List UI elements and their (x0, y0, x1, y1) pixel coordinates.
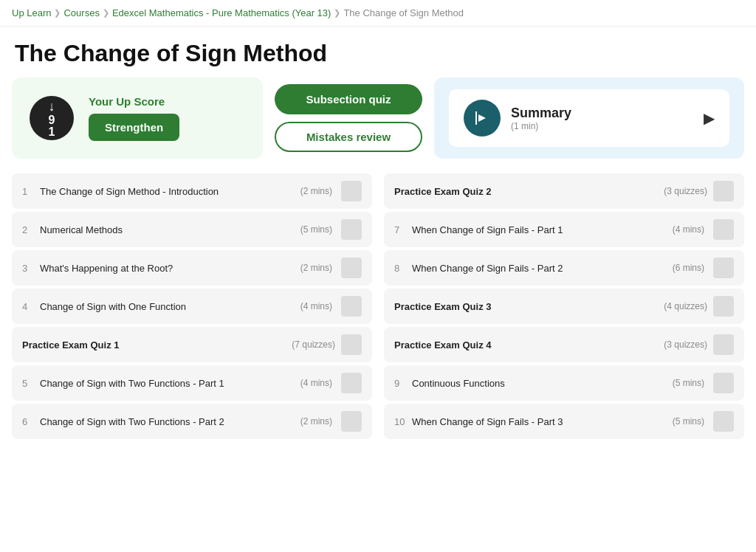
lesson-row[interactable]: 4 Change of Sign with One Function (4 mi… (12, 289, 372, 324)
lesson-duration: (5 mins) (673, 416, 704, 427)
lesson-duration: (5 mins) (673, 378, 704, 388)
score-arrow: ↓ (49, 99, 55, 114)
lesson-num: 3 (22, 263, 34, 274)
lesson-title: Change of Sign with Two Functions - Part… (40, 378, 295, 389)
lesson-left: 9 Continuous Functions (394, 378, 667, 389)
lesson-duration: (5 mins) (300, 224, 332, 235)
lesson-title: When Change of Sign Fails - Part 2 (412, 263, 667, 274)
lesson-left: 4 Change of Sign with One Function (22, 301, 295, 312)
lesson-num: 7 (394, 224, 406, 235)
breadcrumb-course[interactable]: Edexcel Mathematics - Pure Mathematics (… (112, 7, 331, 18)
quiz-title: Practice Exam Quiz 3 (394, 301, 664, 312)
quiz-row[interactable]: Practice Exam Quiz 1 (7 quizzes) (12, 327, 372, 362)
breadcrumb: Up Learn ❯ Courses ❯ Edexcel Mathematics… (0, 0, 756, 27)
quiz-row[interactable]: Practice Exam Quiz 2 (3 quizzes) (384, 173, 744, 209)
breadcrumb-uplearn[interactable]: Up Learn (12, 7, 51, 18)
lesson-num: 6 (22, 416, 34, 427)
lesson-duration: (4 mins) (300, 301, 332, 311)
subsection-quiz-button[interactable]: Subsection quiz (275, 84, 422, 114)
lesson-row[interactable]: 3 What's Happening at the Root? (2 mins) (12, 250, 372, 286)
lesson-row[interactable]: 2 Numerical Methods (5 mins) (12, 212, 372, 247)
score-label: Your Up Score (89, 95, 179, 108)
quiz-row[interactable]: Practice Exam Quiz 3 (4 quizzes) (384, 289, 744, 324)
lesson-num: 10 (394, 416, 406, 427)
breadcrumb-current: The Change of Sign Method (343, 7, 464, 18)
lesson-title: Continuous Functions (412, 378, 667, 389)
lesson-row[interactable]: 1 The Change of Sign Method - Introducti… (12, 173, 372, 209)
score-icon: ↓ 91 (30, 96, 74, 140)
lesson-indicator (341, 219, 362, 240)
lesson-row[interactable]: 6 Change of Sign with Two Functions - Pa… (12, 404, 372, 439)
lesson-row[interactable]: 9 Continuous Functions (5 mins) (384, 365, 744, 401)
breadcrumb-sep-2: ❯ (103, 8, 109, 18)
lesson-num: 5 (22, 378, 34, 389)
lesson-title: When Change of Sign Fails - Part 3 (412, 416, 667, 427)
play-icon[interactable]: ▶ (704, 109, 715, 127)
breadcrumb-sep-3: ❯ (334, 8, 340, 18)
quiz-count: (4 quizzes) (664, 301, 707, 311)
summary-card: Summary (1 min) ▶ (434, 77, 744, 159)
summary-text: Summary (1 min) (511, 106, 693, 131)
lesson-left: 3 What's Happening at the Root? (22, 263, 295, 274)
lesson-indicator (341, 181, 362, 201)
lesson-left: 8 When Change of Sign Fails - Part 2 (394, 263, 667, 274)
lesson-indicator (713, 411, 734, 432)
lesson-indicator (341, 373, 362, 393)
lesson-num: 1 (22, 186, 34, 197)
page-title: The Change of Sign Method (0, 27, 756, 77)
quiz-count: (7 quizzes) (292, 339, 335, 350)
lesson-title: The Change of Sign Method - Introduction (40, 186, 295, 197)
lesson-duration: (2 mins) (300, 186, 332, 196)
lesson-left: 5 Change of Sign with Two Functions - Pa… (22, 378, 295, 389)
summary-title: Summary (511, 106, 693, 121)
summary-inner[interactable]: Summary (1 min) ▶ (449, 89, 729, 147)
lesson-indicator (713, 219, 734, 240)
mistakes-review-button[interactable]: Mistakes review (275, 122, 422, 152)
lesson-left: 1 The Change of Sign Method - Introducti… (22, 186, 295, 197)
lesson-indicator (713, 373, 734, 393)
lesson-duration: (4 mins) (673, 224, 704, 235)
strengthen-button[interactable]: Strengthen (89, 114, 179, 141)
lesson-title: When Change of Sign Fails - Part 1 (412, 224, 667, 235)
quiz-indicator (341, 334, 362, 355)
score-nums: 91 (49, 114, 55, 138)
summary-video-icon (464, 100, 501, 137)
lesson-duration: (2 mins) (300, 416, 332, 427)
lesson-row[interactable]: 10 When Change of Sign Fails - Part 3 (5… (384, 404, 744, 439)
quiz-indicator (713, 181, 734, 201)
lesson-num: 2 (22, 224, 34, 235)
lesson-left: 6 Change of Sign with Two Functions - Pa… (22, 416, 295, 427)
lesson-left: 10 When Change of Sign Fails - Part 3 (394, 416, 667, 427)
right-column: Practice Exam Quiz 2 (3 quizzes) 7 When … (378, 173, 744, 439)
quiz-title: Practice Exam Quiz 2 (394, 186, 664, 197)
lesson-num: 4 (22, 301, 34, 312)
lesson-indicator (341, 411, 362, 432)
lesson-row[interactable]: 5 Change of Sign with Two Functions - Pa… (12, 365, 372, 401)
quiz-indicator (713, 334, 734, 355)
lesson-indicator (341, 296, 362, 317)
breadcrumb-sep-1: ❯ (54, 8, 61, 18)
lesson-title: Change of Sign with Two Functions - Part… (40, 416, 295, 427)
lesson-num: 9 (394, 378, 406, 389)
quiz-section: Subsection quiz Mistakes review (275, 77, 422, 159)
quiz-title: Practice Exam Quiz 4 (394, 339, 664, 351)
lesson-duration: (6 mins) (673, 263, 704, 273)
courses-grid: 1 The Change of Sign Method - Introducti… (0, 173, 756, 439)
score-right: Your Up Score Strengthen (89, 95, 179, 141)
left-column: 1 The Change of Sign Method - Introducti… (12, 173, 378, 439)
lesson-duration: (2 mins) (300, 263, 332, 273)
quiz-count: (3 quizzes) (664, 339, 707, 350)
quiz-row[interactable]: Practice Exam Quiz 4 (3 quizzes) (384, 327, 744, 362)
lesson-title: What's Happening at the Root? (40, 263, 295, 274)
top-section: ↓ 91 Your Up Score Strengthen Subsection… (0, 77, 756, 173)
quiz-indicator (713, 296, 734, 317)
quiz-count: (3 quizzes) (664, 186, 707, 196)
lesson-row[interactable]: 7 When Change of Sign Fails - Part 1 (4 … (384, 212, 744, 247)
lesson-left: 7 When Change of Sign Fails - Part 1 (394, 224, 667, 235)
quiz-title: Practice Exam Quiz 1 (22, 339, 292, 351)
lesson-row[interactable]: 8 When Change of Sign Fails - Part 2 (6 … (384, 250, 744, 286)
lesson-num: 8 (394, 263, 406, 274)
summary-duration: (1 min) (511, 121, 693, 131)
lesson-left: 2 Numerical Methods (22, 224, 295, 235)
breadcrumb-courses[interactable]: Courses (63, 7, 99, 18)
